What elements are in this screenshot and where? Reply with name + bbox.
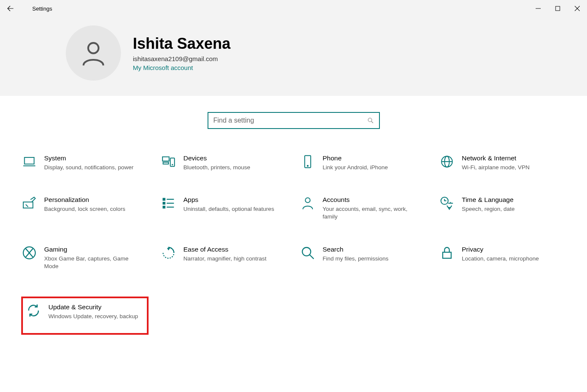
paint-icon bbox=[22, 196, 37, 210]
tile-desc: Uninstall, defaults, optional features bbox=[183, 205, 274, 213]
tile-desc: Find my files, permissions bbox=[323, 255, 388, 263]
tile-title: Apps bbox=[183, 196, 274, 204]
magnifier-icon bbox=[301, 246, 315, 260]
svg-point-13 bbox=[307, 165, 308, 166]
tile-title: Phone bbox=[323, 154, 388, 162]
svg-point-24 bbox=[305, 198, 310, 202]
svg-rect-11 bbox=[163, 162, 169, 164]
tile-devices[interactable]: DevicesBluetooth, printers, mouse bbox=[160, 152, 288, 174]
tile-desc: Your accounts, email, sync, work, family bbox=[323, 205, 423, 221]
window-title: Settings bbox=[32, 6, 52, 12]
account-header: Ishita Saxena ishitasaxena2109@gmail.com… bbox=[0, 17, 587, 96]
svg-point-27 bbox=[302, 247, 311, 256]
search-box[interactable] bbox=[208, 112, 380, 129]
close-button[interactable] bbox=[567, 0, 587, 17]
titlebar: Settings bbox=[0, 0, 587, 17]
globe-icon bbox=[440, 154, 454, 169]
tile-title: Network & Internet bbox=[462, 154, 530, 162]
maximize-icon bbox=[555, 6, 560, 11]
phone-icon bbox=[301, 154, 315, 169]
tile-title: Privacy bbox=[462, 246, 539, 253]
tile-desc: Wi-Fi, airplane mode, VPN bbox=[462, 164, 530, 171]
svg-rect-7 bbox=[25, 157, 34, 164]
tile-title: Update & Security bbox=[48, 303, 138, 311]
svg-rect-29 bbox=[443, 252, 451, 258]
ease-of-access-icon bbox=[161, 246, 176, 260]
svg-rect-8 bbox=[163, 157, 169, 161]
tile-system[interactable]: SystemDisplay, sound, notifications, pow… bbox=[21, 152, 149, 174]
svg-rect-20 bbox=[163, 202, 165, 204]
user-name: Ishita Saxena bbox=[133, 35, 230, 53]
tile-apps[interactable]: AppsUninstall, defaults, optional featur… bbox=[160, 193, 288, 223]
tile-ease-of-access[interactable]: Ease of AccessNarrator, magnifier, high … bbox=[160, 243, 288, 273]
tile-desc: Windows Update, recovery, backup bbox=[48, 313, 138, 320]
svg-line-28 bbox=[309, 255, 314, 259]
xbox-icon bbox=[22, 246, 37, 260]
tile-title: Devices bbox=[183, 154, 250, 162]
minimize-button[interactable] bbox=[528, 0, 548, 17]
minimize-icon bbox=[536, 6, 541, 11]
search-icon bbox=[367, 117, 374, 124]
tile-time-language[interactable]: Time & LanguageSpeech, region, date bbox=[439, 193, 566, 223]
tile-title: Gaming bbox=[44, 246, 144, 253]
arrow-left-icon bbox=[6, 5, 14, 12]
devices-icon bbox=[161, 154, 176, 169]
tile-title: Search bbox=[323, 246, 388, 253]
tile-desc: Link your Android, iPhone bbox=[323, 164, 388, 171]
microsoft-account-link[interactable]: My Microsoft account bbox=[133, 64, 230, 71]
time-language-icon bbox=[440, 196, 454, 210]
tile-desc: Speech, region, date bbox=[462, 205, 515, 213]
tile-title: Accounts bbox=[323, 196, 423, 204]
lock-icon bbox=[440, 246, 454, 260]
tile-gaming[interactable]: GamingXbox Game Bar, captures, Game Mode bbox=[21, 243, 149, 273]
tile-phone[interactable]: PhoneLink your Android, iPhone bbox=[300, 152, 427, 174]
tile-desc: Location, camera, microphone bbox=[462, 255, 539, 263]
tile-search[interactable]: SearchFind my files, permissions bbox=[300, 243, 427, 273]
close-icon bbox=[575, 6, 580, 11]
account-info: Ishita Saxena ishitasaxena2109@gmail.com… bbox=[133, 35, 230, 71]
search-container bbox=[0, 96, 587, 152]
maximize-button[interactable] bbox=[548, 0, 567, 17]
tile-title: Personalization bbox=[44, 196, 125, 204]
apps-icon bbox=[161, 196, 176, 210]
svg-rect-17 bbox=[23, 202, 33, 208]
tile-update-security[interactable]: Update & SecurityWindows Update, recover… bbox=[21, 297, 149, 335]
tile-title: Ease of Access bbox=[183, 246, 267, 253]
person-outline-icon bbox=[301, 196, 315, 210]
person-icon bbox=[79, 38, 108, 68]
sync-icon bbox=[26, 303, 41, 318]
svg-rect-18 bbox=[163, 199, 165, 200]
svg-point-4 bbox=[88, 43, 99, 53]
svg-point-5 bbox=[368, 118, 372, 122]
tile-desc: Background, lock screen, colors bbox=[44, 205, 125, 213]
tile-privacy[interactable]: PrivacyLocation, camera, microphone bbox=[439, 243, 566, 273]
tile-title: System bbox=[44, 154, 134, 162]
tile-desc: Xbox Game Bar, captures, Game Mode bbox=[44, 255, 144, 270]
tile-desc: Narrator, magnifier, high contrast bbox=[183, 255, 267, 263]
tile-network[interactable]: Network & InternetWi-Fi, airplane mode, … bbox=[439, 152, 566, 174]
tile-desc: Display, sound, notifications, power bbox=[44, 164, 134, 171]
laptop-icon bbox=[22, 154, 37, 169]
user-email: ishitasaxena2109@gmail.com bbox=[133, 55, 230, 62]
svg-rect-1 bbox=[556, 6, 560, 11]
svg-point-10 bbox=[172, 164, 173, 165]
tile-desc: Bluetooth, printers, mouse bbox=[183, 164, 250, 171]
back-button[interactable] bbox=[0, 0, 20, 17]
tile-title: Time & Language bbox=[462, 196, 515, 204]
avatar[interactable] bbox=[66, 25, 121, 81]
search-input[interactable] bbox=[213, 117, 367, 124]
svg-line-6 bbox=[371, 121, 373, 123]
tile-accounts[interactable]: AccountsYour accounts, email, sync, work… bbox=[300, 193, 427, 223]
tile-personalization[interactable]: PersonalizationBackground, lock screen, … bbox=[21, 193, 149, 223]
svg-rect-22 bbox=[163, 206, 165, 208]
settings-grid: SystemDisplay, sound, notifications, pow… bbox=[0, 152, 587, 335]
